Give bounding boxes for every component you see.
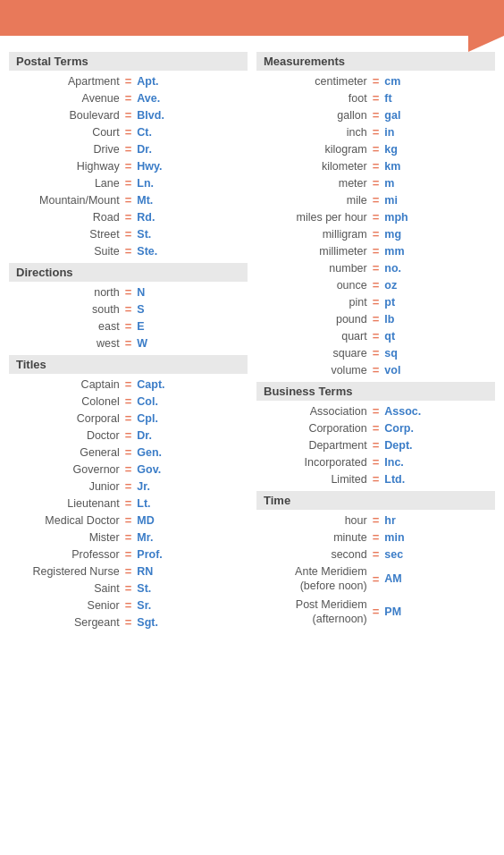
section-directions: Directionsnorth=Nsouth=Seast=Ewest=W (9, 263, 248, 351)
abbreviation-label: Mr. (137, 531, 244, 544)
term-label: foot (260, 92, 367, 105)
list-item: Highway=Hwy. (9, 157, 248, 174)
equals-sign: = (125, 285, 132, 299)
term-label: number (260, 262, 367, 275)
abbreviation-label: Gen. (137, 446, 244, 459)
term-label: pint (260, 296, 367, 309)
equals-sign: = (125, 302, 132, 316)
list-item: quart=qt (256, 327, 495, 344)
section-header-postal: Postal Terms (9, 52, 248, 71)
list-item: Governor=Gov. (9, 461, 248, 478)
term-label: Corporation (260, 422, 367, 435)
term-label: Court (13, 126, 120, 139)
equals-sign: = (373, 176, 380, 190)
equals-sign: = (373, 455, 380, 469)
abbreviation-label: W (137, 337, 244, 350)
list-item: volume=vol (256, 361, 495, 378)
page-wrapper: Postal TermsApartment=Apt.Avenue=Ave.Bou… (0, 0, 504, 643)
equals-sign: = (373, 227, 380, 241)
abbreviation-label: m (384, 177, 491, 190)
section-header-titles: Titles (9, 355, 248, 374)
list-item: Road=Rd. (9, 208, 248, 225)
abbreviation-label: Capt. (137, 378, 244, 391)
abbreviation-label: Sgt. (137, 616, 244, 629)
term-label: Sergeant (13, 616, 120, 629)
equals-sign: = (373, 312, 380, 326)
term-label: Department (260, 439, 367, 452)
term-label: Senior (13, 599, 120, 612)
list-item: Department=Dept. (256, 436, 495, 453)
list-item: minute=min (256, 529, 495, 546)
abbreviation-label: Col. (137, 395, 244, 408)
equals-sign: = (373, 159, 380, 173)
list-item: Mountain/Mount=Mt. (9, 191, 248, 208)
list-item: Saint=St. (9, 580, 248, 597)
abbreviation-label: ft (384, 92, 491, 105)
equals-sign: = (125, 479, 132, 493)
abbreviation-label: Dr. (137, 143, 244, 156)
section-header-time: Time (256, 491, 495, 510)
abbreviation-label: cm (384, 75, 491, 88)
equals-sign: = (125, 496, 132, 510)
list-item: Ante Meridiem (before noon)=AM (256, 563, 495, 596)
term-label: second (260, 548, 367, 561)
list-item: centimeter=cm (256, 72, 495, 89)
term-label: Apartment (13, 75, 120, 88)
list-item: north=N (9, 284, 248, 301)
equals-sign: = (373, 210, 380, 224)
abbreviation-label: mm (384, 245, 491, 258)
abbreviation-label: Gov. (137, 463, 244, 476)
list-item: Senior=Sr. (9, 597, 248, 614)
equals-sign: = (373, 513, 380, 527)
list-item: Lieutenant=Lt. (9, 495, 248, 512)
section-titles: TitlesCaptain=Capt.Colonel=Col.Corporal=… (9, 355, 248, 631)
section-header-directions: Directions (9, 263, 248, 282)
abbreviation-label: no. (384, 262, 491, 275)
term-label: square (260, 347, 367, 360)
list-item: Colonel=Col. (9, 393, 248, 410)
equals-sign: = (373, 472, 380, 486)
abbreviation-label: Apt. (137, 75, 244, 88)
term-label: gallon (260, 109, 367, 122)
equals-sign: = (125, 513, 132, 527)
list-item: Court=Ct. (9, 123, 248, 140)
list-item: inch=in (256, 123, 495, 140)
term-label: volume (260, 364, 367, 377)
list-item: Limited=Ltd. (256, 470, 495, 487)
equals-sign: = (373, 108, 380, 122)
list-item: ounce=oz (256, 276, 495, 293)
term-label: Doctor (13, 429, 120, 442)
term-label: General (13, 446, 120, 459)
abbreviation-label: mph (384, 211, 491, 224)
term-label: Mountain/Mount (13, 194, 120, 207)
abbreviation-label: Ct. (137, 126, 244, 139)
term-label: kilogram (260, 143, 367, 156)
list-item: Street=St. (9, 225, 248, 242)
list-item: Registered Nurse=RN (9, 563, 248, 580)
term-label: Lane (13, 177, 120, 190)
equals-sign: = (373, 605, 380, 618)
equals-sign: = (373, 261, 380, 275)
term-label: Professor (13, 548, 120, 561)
list-item: west=W (9, 334, 248, 351)
abbreviation-label: St. (137, 582, 244, 595)
abbreviation-label: Cpl. (137, 412, 244, 425)
equals-sign: = (373, 193, 380, 207)
term-label: Association (260, 405, 367, 418)
abbreviation-label: Jr. (137, 480, 244, 493)
term-label: millimeter (260, 245, 367, 258)
list-item: Captain=Capt. (9, 376, 248, 393)
term-label: Registered Nurse (13, 565, 120, 578)
term-label: Ante Meridiem (before noon) (260, 564, 367, 594)
term-label: Limited (260, 473, 367, 486)
list-item: Corporal=Cpl. (9, 410, 248, 427)
equals-sign: = (125, 615, 132, 629)
abbreviation-label: Mt. (137, 194, 244, 207)
list-item: Incorporated=Inc. (256, 453, 495, 470)
abbreviation-label: min (384, 531, 491, 544)
abbreviation-label: Corp. (384, 422, 491, 435)
list-item: Post Meridiem (afternoon)=PM (256, 596, 495, 629)
equals-sign: = (373, 244, 380, 258)
abbreviation-label: Lt. (137, 497, 244, 510)
term-label: Captain (13, 378, 120, 391)
